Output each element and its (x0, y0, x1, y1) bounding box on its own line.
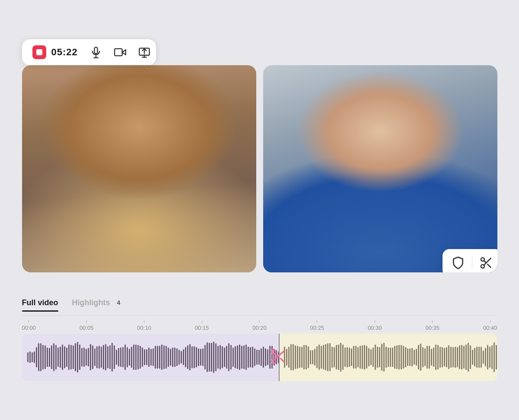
main-container: 05:22 (22, 39, 497, 381)
record-button[interactable] (32, 45, 46, 59)
svg-line-15 (275, 351, 284, 358)
time-mark-0: 00:00 (22, 320, 36, 331)
time-mark-2: 00:10 (137, 320, 151, 331)
recording-toolbar: 05:22 (22, 39, 156, 65)
svg-point-13 (271, 350, 275, 354)
action-buttons-overlay (443, 249, 497, 272)
svg-line-17 (275, 354, 277, 357)
video-panel-right (263, 65, 497, 272)
waveform-right (279, 334, 497, 381)
action-divider (472, 256, 472, 270)
mic-button[interactable] (90, 46, 102, 58)
video-feed-right (263, 65, 497, 272)
svg-line-12 (484, 260, 486, 262)
video-feed-left (22, 65, 256, 272)
time-ruler: 00:00 00:05 00:10 00:15 00:20 00:25 00:3… (22, 316, 497, 334)
highlights-badge: 4 (114, 298, 124, 307)
time-mark-4: 00:20 (252, 320, 267, 331)
time-mark-5: 00:25 (310, 320, 325, 331)
scissors-cut-icon (269, 347, 288, 368)
protect-button[interactable] (451, 256, 465, 270)
share-screen-button[interactable] (138, 46, 150, 58)
waveform-container[interactable] (22, 334, 497, 381)
record-group: 05:22 (32, 45, 78, 59)
tab-highlights[interactable]: Highlights 4 (72, 298, 124, 312)
waveform-left (22, 334, 279, 381)
timer-display: 05:22 (51, 47, 78, 58)
svg-line-11 (487, 264, 490, 267)
time-mark-3: 00:15 (195, 320, 209, 331)
camera-button[interactable] (114, 46, 126, 58)
tab-full-video[interactable]: Full video (22, 298, 58, 312)
svg-point-14 (271, 359, 275, 363)
timeline-section: Full video Highlights 4 00:00 00:05 00:1… (22, 298, 497, 381)
time-mark-6: 00:30 (368, 320, 382, 331)
time-mark-8: 00:40 (483, 320, 497, 331)
svg-rect-3 (115, 48, 122, 55)
svg-line-16 (280, 358, 284, 362)
video-panel-left (22, 65, 256, 272)
time-mark-7: 00:35 (425, 320, 439, 331)
svg-rect-0 (94, 47, 97, 54)
time-mark-1: 00:05 (80, 320, 94, 331)
video-section (22, 65, 497, 272)
scissors-button[interactable] (479, 256, 493, 270)
timeline-tabs: Full video Highlights 4 (22, 298, 497, 315)
